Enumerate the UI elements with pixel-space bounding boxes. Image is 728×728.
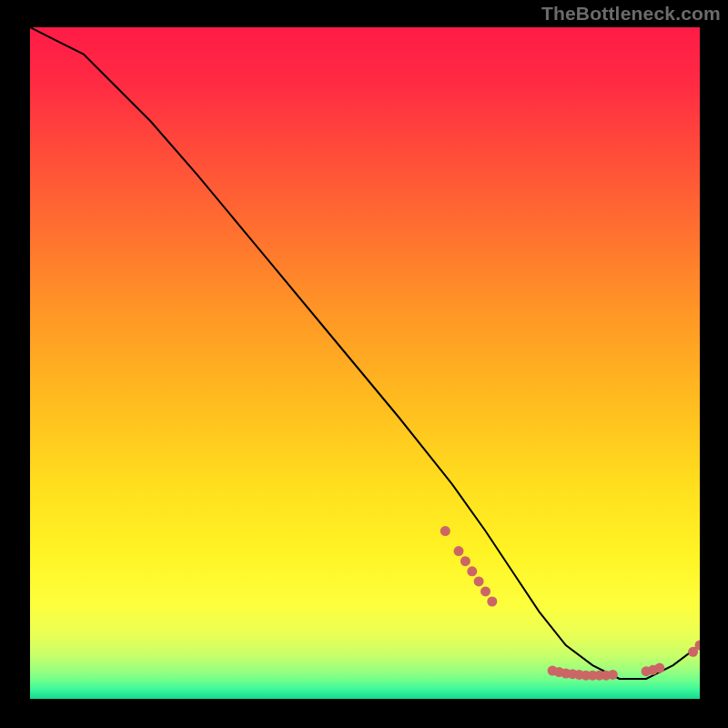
- data-marker: [487, 597, 497, 607]
- data-marker: [608, 670, 618, 680]
- chart-root: TheBottleneck.com: [0, 0, 728, 728]
- watermark-text: TheBottleneck.com: [541, 3, 721, 25]
- data-marker: [474, 576, 484, 586]
- data-marker: [440, 526, 450, 536]
- plot-area: [30, 27, 700, 699]
- data-marker: [480, 586, 490, 596]
- data-marker: [454, 546, 464, 556]
- data-marker: [654, 663, 664, 673]
- data-marker: [460, 556, 470, 566]
- bottleneck-curve: [30, 27, 700, 679]
- line-layer: [30, 27, 700, 699]
- data-marker: [467, 566, 477, 576]
- data-markers: [440, 526, 700, 681]
